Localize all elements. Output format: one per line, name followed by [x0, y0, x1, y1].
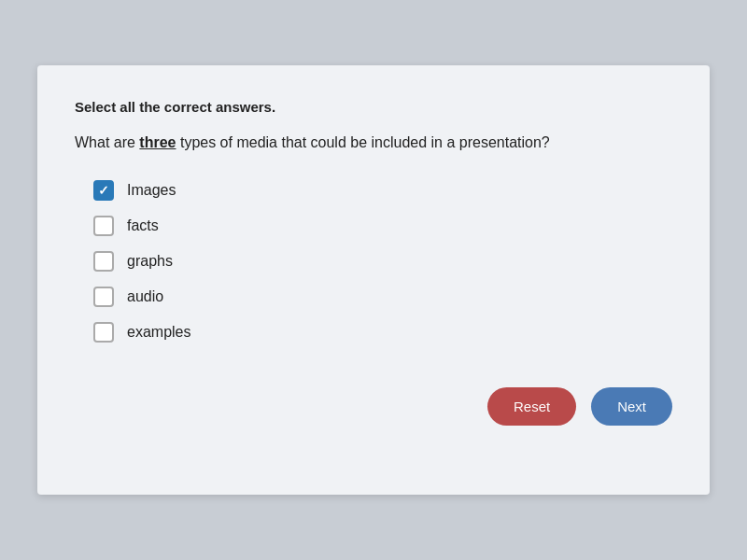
question-prefix: What are — [75, 134, 139, 150]
option-label-facts: facts — [127, 217, 159, 234]
options-list: Images facts graphs audio examples — [93, 180, 672, 343]
option-audio[interactable]: audio — [93, 287, 672, 307]
option-facts[interactable]: facts — [93, 216, 672, 236]
checkbox-images[interactable] — [93, 180, 114, 201]
option-graphs[interactable]: graphs — [93, 251, 672, 272]
next-button[interactable]: Next — [591, 387, 672, 426]
question-emphasis: three — [139, 134, 176, 150]
option-images[interactable]: Images — [93, 180, 672, 201]
reset-button[interactable]: Reset — [487, 387, 576, 426]
question-text: What are three types of media that could… — [75, 132, 672, 154]
checkbox-facts[interactable] — [93, 216, 114, 236]
option-label-examples: examples — [127, 324, 190, 341]
quiz-card: Select all the correct answers. What are… — [37, 65, 710, 495]
checkbox-audio[interactable] — [93, 287, 114, 307]
button-row: Reset Next — [75, 387, 672, 426]
option-examples[interactable]: examples — [93, 322, 672, 343]
option-label-graphs: graphs — [127, 253, 173, 270]
question-suffix: types of media that could be included in… — [176, 134, 549, 150]
checkbox-graphs[interactable] — [93, 251, 114, 272]
instruction-text: Select all the correct answers. — [75, 99, 672, 115]
option-label-audio: audio — [127, 288, 163, 305]
option-label-images: Images — [127, 182, 176, 199]
checkbox-examples[interactable] — [93, 322, 114, 343]
